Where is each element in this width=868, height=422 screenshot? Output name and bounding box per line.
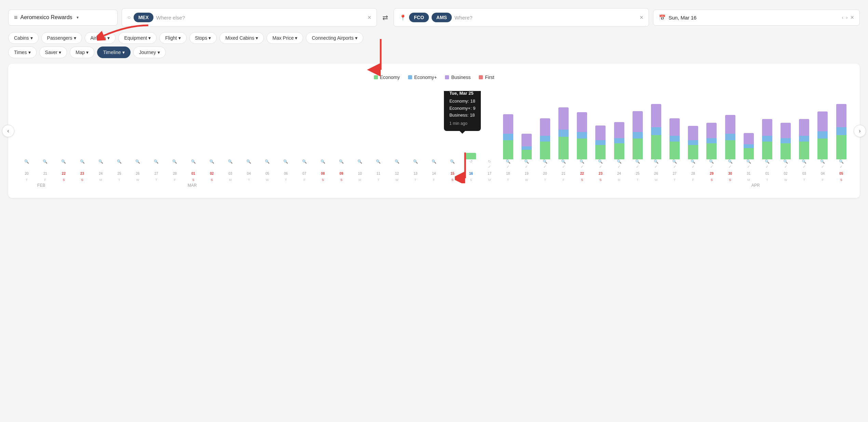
zoom-icon[interactable]: 🔍 xyxy=(573,159,591,164)
zoom-icon[interactable]: 🔍 xyxy=(499,159,517,164)
date-clear-button[interactable]: × xyxy=(851,14,854,21)
filter-flight-button[interactable]: Flight ▾ xyxy=(159,32,186,44)
filter-mixed-cabins-button[interactable]: Mixed Cabins ▾ xyxy=(219,32,264,44)
filter-connecting-airports-button[interactable]: Connecting Airports ▾ xyxy=(306,32,363,44)
zoom-icon[interactable]: 🔍 xyxy=(369,159,387,164)
zoom-icon[interactable]: 🔍 xyxy=(740,159,758,164)
bar-group[interactable] xyxy=(462,153,480,159)
zoom-icon[interactable]: 🔍 xyxy=(314,159,332,164)
chart-next-button[interactable]: › xyxy=(854,125,866,137)
zoom-icon[interactable]: 🔍 xyxy=(388,159,406,164)
filter-saver-button[interactable]: Saver ▾ xyxy=(39,47,67,58)
zoom-icon[interactable]: 🔍 xyxy=(814,159,831,164)
zoom-icon[interactable]: 🔍 xyxy=(666,159,683,164)
date-picker[interactable]: 📅 Sun, Mar 16 ‹ › × xyxy=(653,10,860,26)
zoom-icon[interactable]: 🔍 xyxy=(55,159,72,164)
bar-economy-plus-segment xyxy=(503,134,513,140)
zoom-icon[interactable]: 🔍 xyxy=(166,159,184,164)
date-number-label: 16 xyxy=(462,172,480,175)
zoom-icon[interactable]: 🔍 xyxy=(795,159,813,164)
zoom-icon[interactable]: 🔍 xyxy=(221,159,239,164)
filter-timeline-button[interactable]: Timeline ▾ xyxy=(97,47,130,58)
destination-clear-button[interactable]: × xyxy=(640,14,643,21)
filter-equipment-button[interactable]: Equipment ▾ xyxy=(118,32,157,44)
zoom-icon[interactable]: 🔍 xyxy=(258,159,276,164)
zoom-icon[interactable]: 🔍 xyxy=(92,159,110,164)
day-letter-label: T xyxy=(369,178,387,182)
bar-group[interactable] xyxy=(536,118,554,159)
origin-clear-button[interactable]: × xyxy=(368,14,371,21)
zoom-icon[interactable]: 🔍 xyxy=(647,159,665,164)
bar-group[interactable] xyxy=(555,107,572,159)
bar-group[interactable] xyxy=(740,133,758,159)
bar-group[interactable] xyxy=(592,126,609,159)
zoom-icon[interactable]: 🔍 xyxy=(629,159,647,164)
origin-search-box[interactable]: ○ MEX Where else? × xyxy=(122,8,377,27)
date-next-button[interactable]: › xyxy=(846,15,848,20)
filter-map-button[interactable]: Map ▾ xyxy=(70,47,94,58)
destination-search-box[interactable]: 📍 FCO AMS Where? × xyxy=(394,8,649,27)
filter-passengers-button[interactable]: Passengers ▾ xyxy=(41,32,82,44)
zoom-icon[interactable]: 🔍 xyxy=(277,159,295,164)
zoom-icon[interactable]: 🔍 xyxy=(240,159,258,164)
zoom-icon[interactable]: 🔍 xyxy=(518,159,535,164)
zoom-icon[interactable]: 🔍 xyxy=(425,159,443,164)
bar-group[interactable] xyxy=(647,104,665,159)
zoom-icon[interactable]: 🔍 xyxy=(536,159,554,164)
destination-pill-1[interactable]: FCO xyxy=(409,13,429,22)
filter-airlines-button[interactable]: Airlines ▾ xyxy=(85,32,116,44)
zoom-icon[interactable]: ↺ xyxy=(462,159,480,164)
zoom-icon[interactable]: ↻ xyxy=(480,159,498,164)
zoom-icon[interactable]: 🔍 xyxy=(684,159,702,164)
bar-group[interactable] xyxy=(703,123,720,159)
zoom-icon[interactable]: 🔍 xyxy=(832,159,850,164)
zoom-icon[interactable]: 🔍 xyxy=(777,159,795,164)
zoom-icon[interactable]: 🔍 xyxy=(18,159,36,164)
swap-button[interactable]: ⇄ xyxy=(381,13,390,22)
zoom-icon[interactable]: 🔍 xyxy=(610,159,628,164)
date-prev-button[interactable]: ‹ xyxy=(842,15,843,20)
chevron-down-icon: ▾ xyxy=(208,35,211,41)
origin-pill[interactable]: MEX xyxy=(134,13,153,22)
zoom-icon[interactable]: 🔍 xyxy=(444,159,461,164)
zoom-icon[interactable]: 🔍 xyxy=(333,159,350,164)
filter-max-price-button[interactable]: Max Price ▾ xyxy=(267,32,303,44)
zoom-icon[interactable]: 🔍 xyxy=(203,159,221,164)
bar-group[interactable] xyxy=(758,119,776,159)
zoom-icon[interactable]: 🔍 xyxy=(721,159,739,164)
zoom-icon[interactable]: 🔍 xyxy=(147,159,165,164)
zoom-icon[interactable]: 🔍 xyxy=(592,159,609,164)
bar-group[interactable] xyxy=(518,134,535,159)
filter-cabins-button[interactable]: Cabins ▾ xyxy=(8,32,39,44)
bar-group[interactable] xyxy=(814,111,831,159)
bar-group[interactable] xyxy=(721,115,739,159)
bar-group[interactable] xyxy=(684,126,702,159)
zoom-icon[interactable]: 🔍 xyxy=(296,159,313,164)
zoom-icon[interactable]: 🔍 xyxy=(36,159,54,164)
zoom-icon[interactable]: 🔍 xyxy=(129,159,147,164)
filter-times-button[interactable]: Times ▾ xyxy=(8,47,37,58)
zoom-icon[interactable]: 🔍 xyxy=(758,159,776,164)
bar-group[interactable] xyxy=(795,119,813,159)
bar-group[interactable] xyxy=(666,118,683,159)
bar-group[interactable] xyxy=(832,104,850,159)
bar-group[interactable] xyxy=(629,111,647,159)
bar-group[interactable] xyxy=(499,114,517,159)
bar-business-segment xyxy=(836,104,846,127)
zoom-icon[interactable]: 🔍 xyxy=(110,159,128,164)
bar-group[interactable] xyxy=(610,122,628,159)
filter-stops-button[interactable]: Stops ▾ xyxy=(189,32,217,44)
zoom-icon[interactable]: 🔍 xyxy=(73,159,91,164)
bar-group[interactable] xyxy=(777,123,795,159)
chart-prev-button[interactable]: ‹ xyxy=(2,125,14,137)
zoom-icon[interactable]: 🔍 xyxy=(185,159,202,164)
zoom-icon[interactable]: 🔍 xyxy=(703,159,720,164)
zoom-icon[interactable]: 🔍 xyxy=(555,159,572,164)
destination-pill-2[interactable]: AMS xyxy=(432,13,452,22)
filter-journey-button[interactable]: Journey ▾ xyxy=(133,47,166,58)
brand-selector[interactable]: ≡ Aeromexico Rewards ▾ xyxy=(8,10,118,26)
date-number-label: 01 xyxy=(758,172,776,175)
zoom-icon[interactable]: 🔍 xyxy=(351,159,369,164)
bar-group[interactable] xyxy=(573,112,591,159)
zoom-icon[interactable]: 🔍 xyxy=(407,159,424,164)
